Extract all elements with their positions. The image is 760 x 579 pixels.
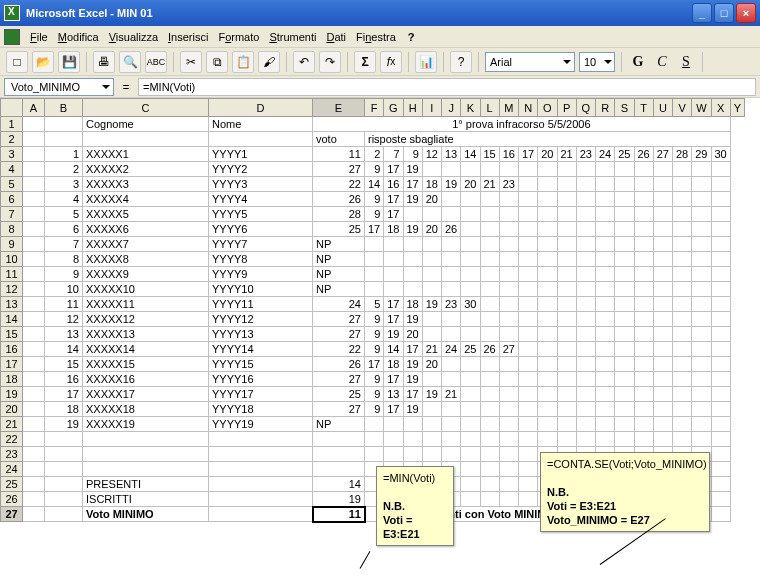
cell[interactable] [557,342,576,357]
col-G[interactable]: G [384,99,403,117]
cell[interactable]: XXXXX16 [83,372,209,387]
cell[interactable] [461,267,480,282]
cell[interactable] [673,207,692,222]
cell[interactable] [23,252,45,267]
cell[interactable] [519,462,538,477]
cell[interactable]: 27 [313,402,365,417]
cell[interactable]: 19 [442,177,461,192]
cell[interactable]: 1 [45,147,83,162]
cell[interactable]: YYYY3 [209,177,313,192]
cell[interactable] [442,207,461,222]
cell[interactable]: 18 [45,402,83,417]
cell[interactable] [480,477,499,492]
cell[interactable] [23,282,45,297]
cell[interactable] [673,282,692,297]
cell[interactable] [673,342,692,357]
bold-button[interactable]: G [628,52,648,72]
col-A[interactable]: A [23,99,45,117]
cell[interactable]: 17 [384,372,403,387]
col-B[interactable]: B [45,99,83,117]
col-P[interactable]: P [557,99,576,117]
cell[interactable] [538,267,557,282]
cell[interactable]: Nome [209,117,313,132]
cell[interactable]: 14 [45,342,83,357]
cell[interactable] [23,117,45,132]
cell[interactable]: 26 [313,192,365,207]
cell[interactable]: 25 [615,147,634,162]
cell[interactable]: 21 [480,177,499,192]
cell[interactable] [634,222,653,237]
row-22[interactable]: 22 [1,432,23,447]
cell[interactable] [557,237,576,252]
cell[interactable] [557,222,576,237]
cell[interactable]: 11 [313,507,365,522]
cell[interactable]: 22 [313,342,365,357]
cell[interactable] [403,207,422,222]
cell[interactable] [538,162,557,177]
cell[interactable] [673,297,692,312]
cell[interactable] [615,207,634,222]
maximize-button[interactable]: □ [714,3,734,23]
cell[interactable]: YYYY19 [209,417,313,432]
cell[interactable] [499,192,518,207]
cell[interactable] [538,417,557,432]
cell[interactable] [634,372,653,387]
cell[interactable] [634,207,653,222]
row-2[interactable]: 2 [1,132,23,147]
cell[interactable]: 9 [45,267,83,282]
cell[interactable] [403,237,422,252]
row-10[interactable]: 10 [1,252,23,267]
menu-file[interactable]: File [26,29,52,45]
cell[interactable] [596,252,615,267]
cell[interactable] [422,327,441,342]
cell[interactable]: 14 [384,342,403,357]
cell[interactable]: YYYY9 [209,267,313,282]
cell[interactable] [673,222,692,237]
cell[interactable] [557,387,576,402]
open-button[interactable]: 📂 [32,51,54,73]
cell[interactable] [23,312,45,327]
cell[interactable] [653,327,672,342]
chart-button[interactable]: 📊 [415,51,437,73]
cell[interactable] [499,252,518,267]
cell[interactable] [653,162,672,177]
cell[interactable] [461,327,480,342]
cell[interactable]: XXXXX11 [83,297,209,312]
cell[interactable] [653,267,672,282]
cell[interactable]: NP [313,282,365,297]
cell[interactable] [653,282,672,297]
row-1[interactable]: 1 [1,117,23,132]
cell[interactable] [461,192,480,207]
row-27[interactable]: 27 [1,507,23,522]
cell[interactable] [23,147,45,162]
cell[interactable]: 18 [384,222,403,237]
cell[interactable]: 18 [384,357,403,372]
cell[interactable] [442,327,461,342]
col-C[interactable]: C [83,99,209,117]
cell[interactable] [634,267,653,282]
cell[interactable] [209,432,313,447]
cell[interactable] [538,402,557,417]
cell[interactable]: 22 [313,177,365,192]
cell[interactable]: 17 [384,192,403,207]
cell[interactable]: 19 [403,402,422,417]
cell[interactable] [461,357,480,372]
cell[interactable]: 9 [365,387,384,402]
cell[interactable] [461,387,480,402]
cell[interactable] [499,237,518,252]
cell[interactable] [45,132,83,147]
cell[interactable] [615,192,634,207]
cell[interactable] [519,252,538,267]
cell[interactable]: XXXXX8 [83,252,209,267]
cell[interactable] [711,162,730,177]
cell[interactable] [442,237,461,252]
cell[interactable] [480,222,499,237]
row-24[interactable]: 24 [1,462,23,477]
cell[interactable] [576,297,595,312]
cell[interactable] [499,432,518,447]
cell[interactable] [692,237,711,252]
cell[interactable] [653,402,672,417]
cell[interactable] [653,312,672,327]
cell[interactable]: 21 [422,342,441,357]
col-W[interactable]: W [692,99,711,117]
